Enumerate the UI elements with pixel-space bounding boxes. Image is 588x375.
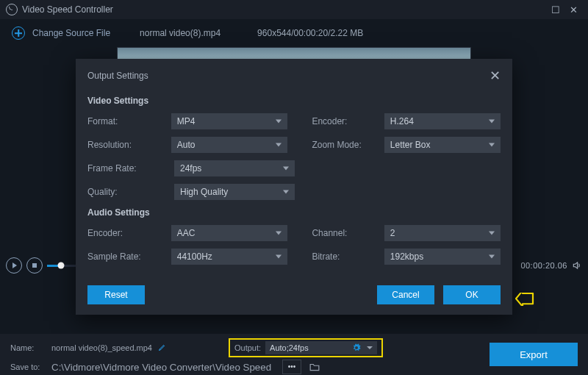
change-source-link[interactable]: Change Source File [32, 28, 110, 38]
audio-settings-heading: Audio Settings [87, 207, 501, 218]
volume-icon[interactable] [572, 260, 582, 271]
name-label: Name: [10, 343, 46, 352]
chevron-down-icon [283, 167, 289, 171]
frame-rate-label: Frame Rate: [87, 163, 167, 174]
source-bar: Change Source File normal video(8).mp4 9… [0, 19, 588, 47]
bitrate-label: Bitrate: [312, 251, 376, 262]
app-logo-icon [6, 4, 18, 15]
edit-name-button[interactable] [158, 343, 167, 353]
zoom-mode-select[interactable]: Letter Box [384, 137, 501, 153]
plus-icon [12, 26, 25, 40]
maximize-button[interactable]: ☐ [547, 2, 564, 17]
reset-button[interactable]: Reset [87, 285, 145, 304]
output-settings-dialog: Output Settings ✕ Video Settings Format:… [76, 59, 512, 315]
output-preset-label: Output: [234, 343, 261, 352]
quality-select[interactable]: High Quality [174, 184, 295, 200]
playback-time: 00:00:20.06 [520, 261, 567, 270]
audio-encoder-select[interactable]: AAC [171, 225, 287, 241]
output-preset-select[interactable]: Auto;24fps [265, 341, 377, 354]
resolution-select[interactable]: Auto [171, 137, 287, 153]
export-button[interactable]: Export [490, 343, 578, 366]
chevron-down-icon [367, 346, 373, 349]
callout-arrow-icon [515, 293, 531, 304]
source-meta: 960x544/00:00:20/2.22 MB [257, 28, 363, 38]
sample-rate-label: Sample Rate: [87, 251, 164, 262]
bottom-bar: Name: normal video(8)_speed.mp4 Output: … [0, 334, 588, 375]
dialog-close-button[interactable]: ✕ [490, 69, 501, 82]
chevron-down-icon [489, 120, 495, 124]
zoom-mode-label: Zoom Mode: [312, 140, 376, 150]
chevron-down-icon [276, 143, 282, 147]
titlebar: Video Speed Controller – ☐ ✕ [0, 0, 588, 19]
app-window: Video Speed Controller – ☐ ✕ Change Sour… [0, 0, 588, 375]
video-encoder-label: Encoder: [312, 116, 376, 126]
video-encoder-select[interactable]: H.264 [384, 113, 501, 129]
close-button[interactable]: ✕ [564, 2, 582, 17]
bitrate-select[interactable]: 192kbps [384, 249, 501, 265]
chevron-down-icon [276, 232, 282, 235]
video-settings-heading: Video Settings [87, 96, 501, 106]
stop-button[interactable] [26, 257, 43, 274]
ok-button[interactable]: OK [443, 285, 501, 304]
channel-select[interactable]: 2 [384, 225, 501, 241]
app-title: Video Speed Controller [22, 4, 113, 15]
chevron-down-icon [489, 255, 495, 259]
chevron-down-icon [276, 255, 282, 259]
chevron-down-icon [283, 190, 289, 194]
output-preset-box: Output: Auto;24fps [229, 338, 383, 357]
audio-encoder-label: Encoder: [87, 228, 164, 238]
browse-location-button[interactable]: ••• [282, 360, 301, 374]
chevron-down-icon [276, 120, 282, 124]
gear-icon[interactable] [352, 343, 361, 352]
format-label: Format: [87, 116, 164, 126]
save-location-input[interactable] [51, 360, 272, 374]
frame-rate-select[interactable]: 24fps [174, 160, 295, 176]
dialog-title: Output Settings [87, 71, 148, 81]
resolution-label: Resolution: [87, 140, 164, 150]
chevron-down-icon [489, 232, 495, 235]
format-select[interactable]: MP4 [171, 113, 287, 129]
channel-label: Channel: [312, 228, 376, 238]
play-button[interactable] [6, 257, 22, 274]
output-name-value: normal video(8)_speed.mp4 [51, 343, 152, 352]
cancel-button[interactable]: Cancel [377, 285, 434, 304]
save-to-label: Save to: [10, 362, 46, 371]
quality-label: Quality: [87, 187, 167, 197]
source-filename: normal video(8).mp4 [140, 28, 220, 38]
open-folder-button[interactable] [307, 360, 322, 374]
sample-rate-select[interactable]: 44100Hz [171, 249, 287, 265]
chevron-down-icon [489, 143, 495, 147]
